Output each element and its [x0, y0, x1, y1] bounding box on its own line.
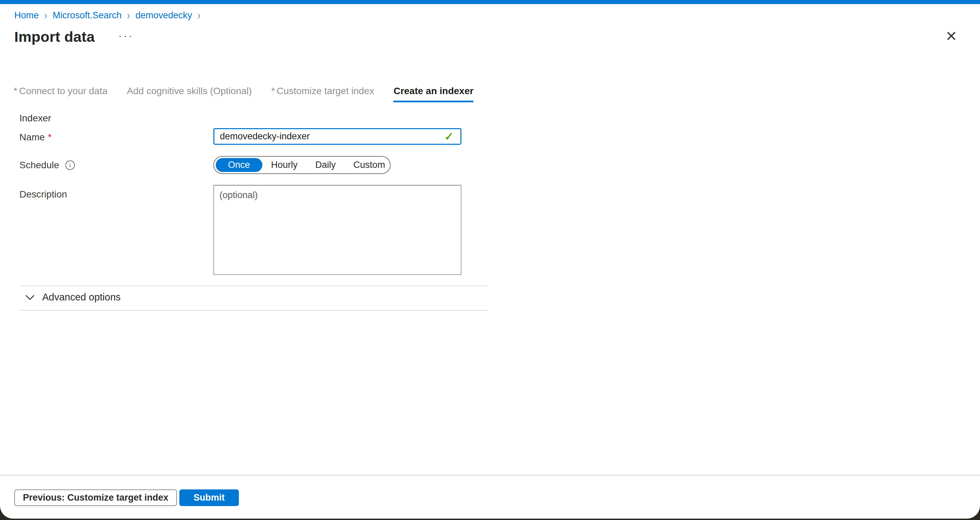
page-title: Import data [14, 29, 95, 45]
required-marker: * [14, 86, 18, 96]
info-icon[interactable]: i [65, 160, 75, 170]
tab-label: Connect to your data [19, 86, 108, 96]
import-data-panel: Home › Microsoft.Search › demovedecky › … [0, 0, 980, 518]
schedule-toggle-group: Once Hourly Daily Custom [213, 156, 391, 174]
more-options-button[interactable]: ··· [118, 30, 134, 41]
schedule-option-daily[interactable]: Daily [307, 158, 345, 172]
description-field-label: Description [19, 189, 67, 200]
breadcrumb-home[interactable]: Home [14, 10, 39, 21]
schedule-option-custom[interactable]: Custom [345, 158, 394, 172]
previous-button[interactable]: Previous: Customize target index [14, 490, 177, 506]
divider [19, 310, 488, 311]
tab-bar: *Connect to your data Add cognitive skil… [14, 85, 473, 102]
valid-checkmark-icon: ✓ [444, 130, 454, 143]
tab-create-an-indexer[interactable]: Create an indexer [393, 85, 473, 102]
azure-accent-bar [0, 0, 980, 4]
breadcrumb-microsoft-search[interactable]: Microsoft.Search [53, 10, 122, 21]
close-icon[interactable]: ✕ [945, 29, 957, 43]
indexer-name-input[interactable] [213, 128, 461, 145]
tab-label: Create an indexer [393, 86, 473, 96]
tab-connect-to-your-data[interactable]: *Connect to your data [14, 85, 108, 102]
breadcrumb-separator-icon: › [44, 9, 47, 22]
chevron-down-icon [25, 295, 35, 300]
footer-divider [0, 475, 980, 476]
breadcrumb-separator-icon: › [198, 9, 201, 22]
tab-label: Add cognitive skills (Optional) [127, 86, 252, 96]
name-field-label: Name * [19, 132, 52, 143]
tab-customize-target-index[interactable]: *Customize target index [271, 85, 374, 102]
description-textarea[interactable] [213, 185, 461, 275]
required-asterisk: * [48, 132, 52, 143]
divider [19, 285, 488, 286]
tab-label: Customize target index [277, 86, 374, 96]
schedule-option-once[interactable]: Once [216, 158, 262, 172]
required-marker: * [271, 86, 275, 96]
advanced-options-toggle[interactable]: Advanced options [25, 292, 121, 303]
breadcrumb-separator-icon: › [127, 9, 130, 22]
tab-add-cognitive-skills[interactable]: Add cognitive skills (Optional) [127, 85, 252, 102]
schedule-field-label: Schedule i [19, 160, 75, 171]
submit-button[interactable]: Submit [179, 490, 239, 506]
schedule-option-hourly[interactable]: Hourly [262, 158, 307, 172]
advanced-options-label: Advanced options [42, 292, 121, 303]
indexer-section-title: Indexer [19, 113, 51, 124]
breadcrumb-demovedecky[interactable]: demovedecky [135, 10, 192, 21]
breadcrumb: Home › Microsoft.Search › demovedecky › [14, 10, 200, 21]
